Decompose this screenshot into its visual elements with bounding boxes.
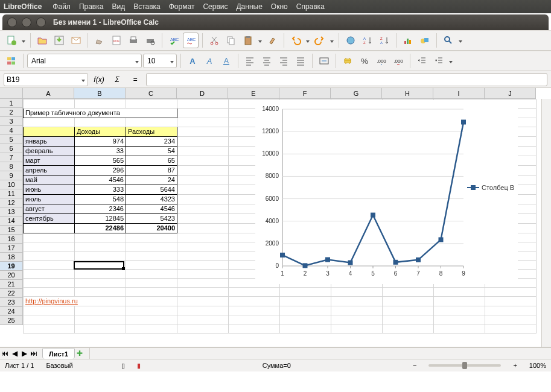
embedded-chart[interactable]: 0200040006000800010000120001400012345678… (255, 100, 518, 284)
font-size-value: 10 (147, 57, 155, 65)
menu-insert[interactable]: Вставка (133, 2, 161, 11)
align-justify-button[interactable] (293, 53, 308, 69)
align-right-button[interactable] (276, 53, 291, 69)
undo-dropdown[interactable] (305, 36, 311, 45)
sheet-tab[interactable]: Лист1 (42, 349, 75, 359)
cut-button[interactable] (206, 33, 222, 48)
minimize-window-button[interactable] (22, 17, 31, 27)
toolbar-overflow[interactable] (457, 36, 463, 45)
font-size-combo[interactable]: 10 (143, 54, 177, 68)
doc-modified-icon: ▮ (137, 362, 141, 370)
sort-descending-button[interactable]: ZA (377, 33, 392, 48)
format-paintbrush-button[interactable] (264, 33, 280, 48)
formatting-overflow[interactable] (448, 57, 454, 65)
paste-dropdown[interactable] (257, 36, 263, 45)
currency-button[interactable] (340, 53, 355, 69)
menu-view[interactable]: Вид (112, 2, 125, 11)
next-sheet-button[interactable]: ▶ (19, 349, 29, 358)
remove-decimal-button[interactable]: .000 (390, 53, 406, 69)
column-headers[interactable]: ABCDEFGHIJ (23, 88, 541, 99)
last-sheet-button[interactable]: ⏭ (29, 349, 39, 358)
function-wizard-button[interactable]: f(x) (92, 73, 106, 86)
new-document-dropdown[interactable] (21, 36, 27, 45)
export-pdf-button[interactable]: PDF (109, 33, 124, 48)
sort-ascending-button[interactable]: AZ (360, 33, 375, 48)
align-left-button[interactable] (242, 53, 258, 69)
svg-text:PDF: PDF (113, 39, 119, 43)
svg-text:A: A (206, 57, 212, 66)
email-button[interactable] (68, 33, 84, 48)
copy-button[interactable] (223, 33, 239, 48)
svg-rect-85 (461, 119, 466, 124)
find-button[interactable] (441, 33, 456, 48)
svg-rect-82 (393, 260, 398, 265)
add-sheet-button[interactable]: ✚ (75, 349, 84, 358)
spellcheck-button[interactable]: ABC (166, 33, 182, 48)
menu-format[interactable]: Формат (169, 2, 195, 11)
zoom-in-button[interactable]: + (513, 362, 517, 369)
sum-display[interactable]: Сумма=0 (263, 362, 291, 369)
menu-data[interactable]: Данные (236, 2, 262, 11)
svg-rect-17 (246, 36, 250, 38)
increase-indent-button[interactable] (431, 53, 447, 69)
align-center-button[interactable] (259, 53, 275, 69)
show-draw-functions-button[interactable] (417, 33, 433, 48)
hyperlink-button[interactable] (343, 33, 358, 48)
horizontal-scrollbar[interactable] (89, 348, 551, 359)
menu-help[interactable]: Справка (296, 2, 325, 11)
edit-mode-button[interactable] (92, 33, 107, 48)
svg-text:Столбец B: Столбец B (482, 184, 514, 191)
selection-mode-indicator[interactable]: ▯ (121, 362, 125, 370)
new-document-button[interactable] (4, 33, 19, 48)
add-decimal-button[interactable]: .000 (374, 53, 389, 69)
spreadsheet-area[interactable]: ABCDEFGHIJ 12345678910111213141516171819… (0, 88, 551, 347)
svg-text:.000: .000 (393, 58, 403, 64)
status-bar: Лист 1 / 1 Базовый ▯ ▮ Сумма=0 − + 100% (0, 359, 551, 371)
close-window-button[interactable] (7, 17, 17, 27)
save-button[interactable] (51, 33, 67, 48)
svg-text:8000: 8000 (266, 172, 279, 179)
menu-edit[interactable]: Правка (79, 2, 104, 11)
styles-button[interactable] (4, 53, 19, 69)
formula-input[interactable] (146, 73, 547, 86)
svg-point-1 (11, 40, 16, 45)
merge-cells-button[interactable] (316, 53, 332, 69)
cell-reference-box[interactable]: B19 (4, 73, 88, 86)
percent-button[interactable]: % (357, 53, 372, 69)
svg-rect-29 (7, 57, 11, 60)
svg-point-28 (445, 37, 450, 42)
first-sheet-button[interactable]: ⏮ (0, 349, 10, 358)
menu-tools[interactable]: Сервис (203, 2, 228, 11)
page-style[interactable]: Базовый (46, 362, 72, 369)
undo-button[interactable] (288, 33, 304, 48)
select-all-corner[interactable] (0, 88, 23, 99)
paste-button[interactable] (240, 33, 256, 48)
zoom-value[interactable]: 100% (529, 362, 546, 369)
maximize-window-button[interactable] (36, 17, 46, 27)
menu-file[interactable]: Файл (53, 2, 71, 11)
zoom-out-button[interactable]: − (413, 362, 416, 369)
font-name-combo[interactable]: Arial (27, 54, 142, 68)
equals-button[interactable]: = (128, 73, 142, 86)
svg-text:8: 8 (439, 270, 443, 277)
menu-window[interactable]: Окно (271, 2, 288, 11)
zoom-slider[interactable] (428, 364, 501, 367)
auto-spellcheck-button[interactable]: ABC (183, 33, 199, 48)
sum-button[interactable]: Σ (110, 73, 124, 86)
formula-bar: B19 f(x) Σ = (0, 71, 551, 88)
redo-dropdown[interactable] (329, 36, 335, 45)
vertical-scrollbar[interactable] (541, 99, 551, 347)
redo-button[interactable] (312, 33, 328, 48)
decrease-indent-button[interactable] (414, 53, 430, 69)
prev-sheet-button[interactable]: ◀ (10, 349, 19, 358)
row-headers[interactable]: 1234567891011121314151617181920212223242… (0, 99, 23, 325)
print-preview-button[interactable] (142, 33, 158, 48)
chart-button[interactable] (400, 33, 416, 48)
sheet-position: Лист 1 / 1 (5, 362, 34, 369)
svg-rect-84 (439, 237, 444, 242)
italic-button[interactable]: A (202, 53, 217, 69)
bold-button[interactable]: A (185, 53, 200, 69)
open-button[interactable] (34, 33, 50, 48)
print-button[interactable] (126, 33, 141, 48)
underline-button[interactable]: A (218, 53, 234, 69)
